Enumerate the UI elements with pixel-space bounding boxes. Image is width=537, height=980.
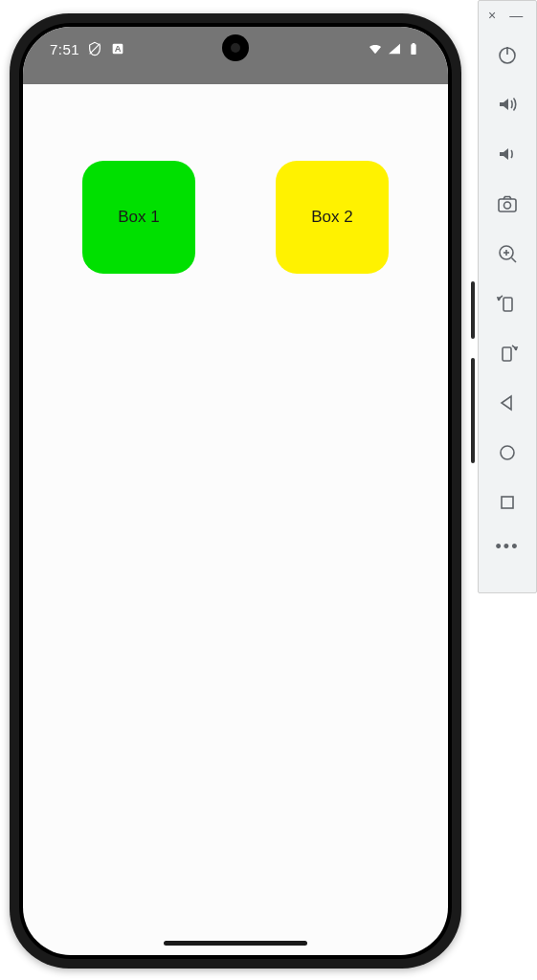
rotate-left-button[interactable] [486,282,528,324]
phone-screen[interactable]: 7:51 A Box 1 Box 2 [23,27,448,955]
svg-rect-14 [503,347,511,361]
svg-point-8 [504,202,511,209]
zoom-in-button[interactable] [486,233,528,275]
box-label: Box 2 [311,208,352,227]
volume-down-button[interactable] [486,133,528,175]
svg-point-15 [501,446,514,459]
rotate-right-button[interactable] [486,332,528,374]
power-button[interactable] [486,33,528,76]
box-1[interactable]: Box 1 [82,161,195,274]
box-2[interactable]: Box 2 [276,161,389,274]
phone-frame: 7:51 A Box 1 Box 2 [10,13,461,969]
battery-icon [406,41,421,56]
volume-up-button[interactable] [486,83,528,125]
svg-rect-4 [413,43,415,45]
camera-notch [222,34,249,61]
svg-rect-3 [411,44,415,55]
phone-side-button [471,281,475,339]
svg-rect-13 [503,298,512,311]
home-button[interactable] [486,432,528,474]
screenshot-button[interactable] [486,183,528,225]
status-bar-left: 7:51 A [50,41,125,57]
emulator-toolbar: × — ••• [478,0,537,593]
phone-bezel: 7:51 A Box 1 Box 2 [19,23,452,959]
status-bar: 7:51 A [23,27,448,84]
signal-icon [387,41,402,56]
window-minimize-button[interactable]: — [509,9,523,22]
window-close-button[interactable]: × [488,9,496,22]
overview-button[interactable] [486,481,528,523]
home-indicator[interactable] [164,941,307,946]
app-content: Box 1 Box 2 [23,84,448,350]
box-label: Box 1 [118,208,159,227]
phone-side-button [471,358,475,463]
alert-icon: A [110,41,125,56]
svg-text:A: A [115,44,122,54]
svg-line-10 [512,258,517,263]
status-time: 7:51 [50,41,79,57]
more-button[interactable]: ••• [496,537,520,557]
svg-rect-7 [499,199,516,212]
wifi-icon [368,41,383,56]
no-sim-icon [87,41,102,56]
status-bar-right [368,41,421,56]
svg-rect-16 [502,497,513,508]
back-button[interactable] [486,382,528,424]
